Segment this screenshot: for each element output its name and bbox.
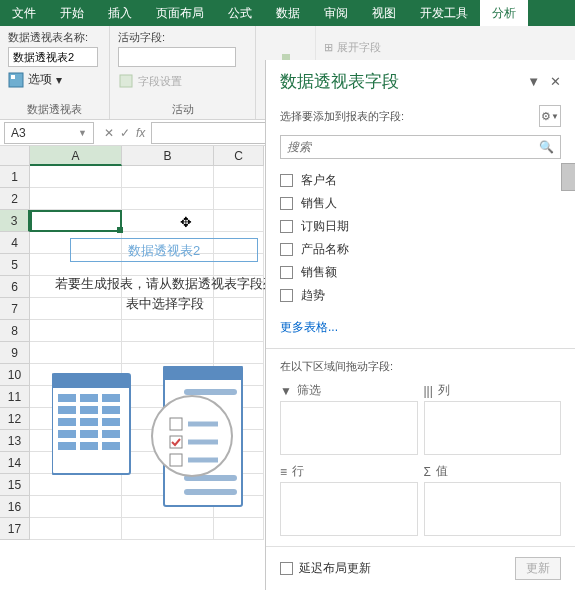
checkbox[interactable]: [280, 289, 293, 302]
row-header[interactable]: 16: [0, 496, 30, 518]
close-icon[interactable]: ✕: [550, 74, 561, 89]
select-all-corner[interactable]: [0, 146, 30, 166]
filter-icon: ▼: [280, 384, 292, 398]
field-item-salesperson[interactable]: 销售人: [280, 192, 561, 215]
scrollbar-thumb[interactable]: [561, 163, 575, 191]
row-header[interactable]: 5: [0, 254, 30, 276]
row-header[interactable]: 12: [0, 408, 30, 430]
cell[interactable]: [30, 210, 122, 232]
col-header-B[interactable]: B: [122, 146, 214, 166]
svg-rect-10: [102, 406, 120, 414]
svg-rect-12: [80, 418, 98, 426]
cell[interactable]: [214, 188, 264, 210]
fx-icon[interactable]: fx: [136, 126, 145, 140]
field-search[interactable]: 🔍: [280, 135, 561, 159]
field-item-trend[interactable]: 趋势: [280, 284, 561, 307]
tab-analyze[interactable]: 分析: [480, 0, 528, 26]
cell[interactable]: [122, 166, 214, 188]
active-field-input[interactable]: [118, 47, 236, 67]
row-header[interactable]: 2: [0, 188, 30, 210]
tab-insert[interactable]: 插入: [96, 0, 144, 26]
drop-zone-value[interactable]: Σ值: [424, 461, 562, 536]
more-tables-link[interactable]: 更多表格...: [266, 313, 575, 342]
field-item-product[interactable]: 产品名称: [280, 238, 561, 261]
tab-review[interactable]: 审阅: [312, 0, 360, 26]
taskpane-dropdown-icon[interactable]: ▼: [527, 74, 540, 89]
cell[interactable]: [30, 188, 122, 210]
name-box[interactable]: A3 ▼: [4, 122, 94, 144]
checkbox[interactable]: [280, 266, 293, 279]
options-button[interactable]: 选项 ▾: [8, 71, 101, 88]
drop-zone-filter[interactable]: ▼筛选: [280, 380, 418, 455]
tab-file[interactable]: 文件: [0, 0, 48, 26]
fx-confirm-icon[interactable]: ✓: [120, 126, 130, 140]
row-header[interactable]: 3: [0, 210, 30, 232]
row-header[interactable]: 10: [0, 364, 30, 386]
search-input[interactable]: [287, 140, 539, 154]
cell[interactable]: [30, 320, 122, 342]
tab-view[interactable]: 视图: [360, 0, 408, 26]
checkbox[interactable]: [280, 197, 293, 210]
tab-developer[interactable]: 开发工具: [408, 0, 480, 26]
drop-zone-column[interactable]: |||列: [424, 380, 562, 455]
checkbox[interactable]: [280, 243, 293, 256]
field-list: 客户名 销售人 订购日期 产品名称 销售额 趋势: [266, 163, 575, 313]
cell[interactable]: [122, 188, 214, 210]
fx-cancel-icon[interactable]: ✕: [104, 126, 114, 140]
row-header[interactable]: 11: [0, 386, 30, 408]
field-item-orderdate[interactable]: 订购日期: [280, 215, 561, 238]
field-settings-button[interactable]: 字段设置: [118, 73, 247, 89]
checkbox[interactable]: [280, 174, 293, 187]
pivottable-placeholder[interactable]: 数据透视表2: [70, 238, 258, 262]
row-header[interactable]: 6: [0, 276, 30, 298]
col-header-C[interactable]: C: [214, 146, 264, 166]
cell[interactable]: [214, 342, 264, 364]
defer-layout-checkbox[interactable]: 延迟布局更新: [280, 560, 371, 577]
tab-home[interactable]: 开始: [48, 0, 96, 26]
ribbon-group-label-pt: 数据透视表: [0, 102, 109, 117]
tab-data[interactable]: 数据: [264, 0, 312, 26]
expand-field-button[interactable]: ⊞ 展开字段: [324, 40, 383, 55]
taskpane-title: 数据透视表字段: [280, 70, 399, 93]
row-header[interactable]: 17: [0, 518, 30, 540]
svg-rect-28: [170, 454, 182, 466]
field-item-customer[interactable]: 客户名: [280, 169, 561, 192]
row-header[interactable]: 1: [0, 166, 30, 188]
update-button[interactable]: 更新: [515, 557, 561, 580]
cell[interactable]: [30, 342, 122, 364]
cell[interactable]: [122, 342, 214, 364]
cell[interactable]: [214, 166, 264, 188]
field-item-sales[interactable]: 销售额: [280, 261, 561, 284]
cursor-cross-icon: ✥: [180, 214, 192, 230]
row-header[interactable]: 7: [0, 298, 30, 320]
value-box[interactable]: [424, 482, 562, 536]
row-header[interactable]: 8: [0, 320, 30, 342]
row-header[interactable]: 13: [0, 430, 30, 452]
field-label: 销售人: [301, 195, 337, 212]
drop-zone-row[interactable]: ≡行: [280, 461, 418, 536]
filter-box[interactable]: [280, 401, 418, 455]
cell[interactable]: [30, 166, 122, 188]
cell[interactable]: [214, 320, 264, 342]
tab-page-layout[interactable]: 页面布局: [144, 0, 216, 26]
row-header[interactable]: 4: [0, 232, 30, 254]
row-box[interactable]: [280, 482, 418, 536]
row-header[interactable]: 9: [0, 342, 30, 364]
svg-rect-13: [102, 418, 120, 426]
zone-label: 值: [436, 463, 448, 480]
cell[interactable]: [122, 210, 214, 232]
svg-rect-15: [80, 430, 98, 438]
tab-formulas[interactable]: 公式: [216, 0, 264, 26]
row-header[interactable]: 15: [0, 474, 30, 496]
field-settings-label: 字段设置: [138, 74, 182, 89]
column-box[interactable]: [424, 401, 562, 455]
checkbox[interactable]: [280, 562, 293, 575]
cell[interactable]: [214, 210, 264, 232]
taskpane-settings-button[interactable]: ⚙▼: [539, 105, 561, 127]
checkbox[interactable]: [280, 220, 293, 233]
svg-rect-18: [80, 442, 98, 450]
row-header[interactable]: 14: [0, 452, 30, 474]
cell[interactable]: [122, 320, 214, 342]
pt-name-input[interactable]: [8, 47, 98, 67]
col-header-A[interactable]: A: [30, 146, 122, 166]
